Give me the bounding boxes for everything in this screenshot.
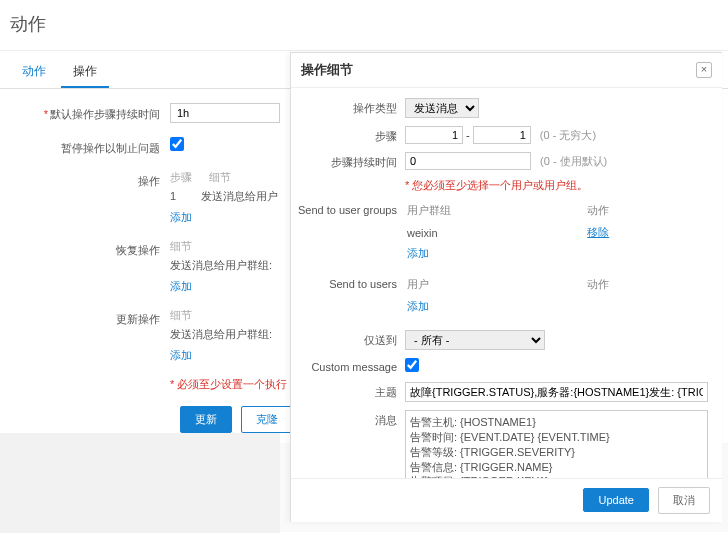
ops-add-link[interactable]: 添加 bbox=[170, 211, 192, 223]
custom-message-label: Custom message bbox=[295, 358, 405, 373]
modal-cancel-button[interactable]: 取消 bbox=[658, 487, 710, 514]
form-update-button[interactable]: 更新 bbox=[180, 406, 232, 433]
groups-add-link[interactable]: 添加 bbox=[407, 247, 429, 259]
groups-row-remove-link[interactable]: 移除 bbox=[587, 226, 609, 238]
must-select-note: 您必须至少选择一个用户或用户组。 bbox=[412, 179, 588, 191]
send-users-label: Send to users bbox=[295, 275, 405, 290]
custom-message-checkbox[interactable] bbox=[405, 358, 419, 372]
tab-operation[interactable]: 操作 bbox=[61, 57, 109, 88]
update-ops-text: 发送消息给用户群组: bbox=[170, 327, 272, 342]
recovery-header: 细节 bbox=[170, 239, 206, 254]
operations-label: 操作 bbox=[40, 170, 170, 189]
groups-col-group: 用户群组 bbox=[407, 203, 585, 221]
users-add-link[interactable]: 添加 bbox=[407, 300, 429, 312]
page-title: 动作 bbox=[0, 0, 728, 51]
operation-type-label: 操作类型 bbox=[295, 98, 405, 116]
step-duration-input[interactable] bbox=[405, 152, 531, 170]
modal-title: 操作细节 bbox=[301, 61, 353, 79]
operation-details-modal: 操作细节 × 操作类型 发送消息 步骤 - (0 - 无穷大) 步骤持续时间 bbox=[290, 52, 722, 522]
recovery-add-link[interactable]: 添加 bbox=[170, 280, 192, 292]
subject-input[interactable] bbox=[405, 382, 708, 402]
update-ops-header: 细节 bbox=[170, 308, 206, 323]
message-label: 消息 bbox=[295, 410, 405, 428]
default-step-duration-input[interactable] bbox=[170, 103, 280, 123]
send-only-label: 仅送到 bbox=[295, 330, 405, 348]
steps-note: (0 - 无穷大) bbox=[540, 129, 596, 141]
form-clone-button[interactable]: 克隆 bbox=[241, 406, 293, 433]
step-to-input[interactable] bbox=[473, 126, 531, 144]
modal-update-button[interactable]: Update bbox=[583, 488, 648, 512]
must-set-hint: 必须至少设置一个执行 bbox=[177, 378, 287, 390]
ops-detail-header: 细节 bbox=[209, 171, 245, 183]
pause-suppressed-label: 暂停操作以制止问题 bbox=[40, 137, 170, 156]
recovery-label: 恢复操作 bbox=[40, 239, 170, 258]
ops-detail-value: 发送消息给用户 bbox=[201, 190, 278, 202]
recovery-text: 发送消息给用户群组: bbox=[170, 258, 272, 273]
users-col-user: 用户 bbox=[407, 277, 585, 295]
update-ops-label: 更新操作 bbox=[40, 308, 170, 327]
steps-label: 步骤 bbox=[295, 126, 405, 144]
operation-type-select[interactable]: 发送消息 bbox=[405, 98, 479, 118]
ops-step-header: 步骤 bbox=[170, 171, 206, 183]
step-duration-label: 步骤持续时间 bbox=[295, 152, 405, 170]
table-row: weixin 移除 bbox=[407, 223, 706, 242]
ops-step-value: 1 bbox=[170, 190, 198, 202]
users-col-action: 动作 bbox=[587, 277, 706, 295]
subject-label: 主题 bbox=[295, 382, 405, 400]
send-groups-label: Send to user groups bbox=[295, 201, 405, 216]
update-ops-add-link[interactable]: 添加 bbox=[170, 349, 192, 361]
pause-suppressed-checkbox[interactable] bbox=[170, 137, 184, 151]
default-step-duration-label: *默认操作步骤持续时间 bbox=[40, 103, 170, 122]
bottom-strip bbox=[0, 433, 280, 533]
tab-action[interactable]: 动作 bbox=[10, 57, 58, 86]
groups-row-group: weixin bbox=[407, 223, 585, 242]
step-from-input[interactable] bbox=[405, 126, 463, 144]
send-only-select[interactable]: - 所有 - bbox=[405, 330, 545, 350]
step-duration-note: (0 - 使用默认) bbox=[540, 155, 607, 167]
close-icon[interactable]: × bbox=[696, 62, 712, 78]
message-textarea[interactable] bbox=[405, 410, 708, 478]
groups-col-action: 动作 bbox=[587, 203, 706, 221]
